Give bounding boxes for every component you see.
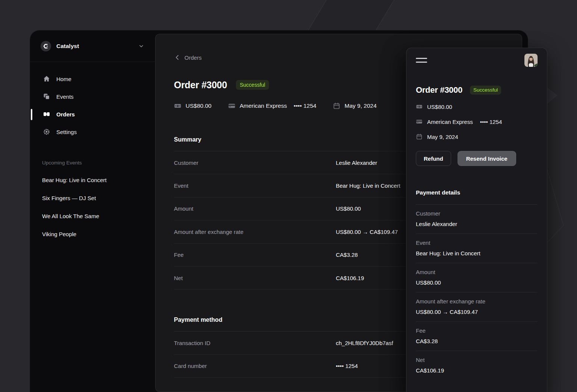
breadcrumb-label: Orders: [184, 54, 202, 61]
sidebar-divider: [30, 62, 156, 62]
event-link[interactable]: Six Fingers — DJ Set: [38, 190, 150, 205]
avatar[interactable]: [524, 54, 538, 67]
event-link[interactable]: We All Look The Same: [38, 208, 150, 223]
banknote-icon: [174, 102, 181, 110]
order-date: May 9, 2024: [333, 102, 376, 110]
mobile-order-panel: Order #3000 Successful US$80.00: [406, 48, 547, 392]
active-nav-indicator: [31, 109, 32, 120]
order-meta-list: US$80.00 American Express •••• 1254: [416, 99, 538, 144]
payment-details-heading: Payment details: [416, 189, 538, 196]
list-item: Event Bear Hug: Live in Concert: [416, 234, 538, 263]
status-badge: Successful: [236, 80, 269, 90]
workspace-switcher[interactable]: Catalyst: [30, 30, 156, 62]
order-actions: Refund Resend Invoice: [416, 151, 538, 166]
list-item: Amount after exchange rate US$80.00 → CA…: [416, 292, 538, 322]
payment-details-list: Customer Leslie Alexander Event Bear Hug…: [416, 204, 538, 380]
home-icon: [43, 75, 50, 83]
catalyst-logo-icon: [41, 41, 51, 51]
list-item: Net CA$106.19: [416, 351, 538, 380]
sidebar-item-events[interactable]: Events: [38, 89, 150, 104]
sidebar-item-home[interactable]: Home: [38, 71, 150, 86]
menu-button[interactable]: [416, 56, 427, 64]
resend-invoice-button[interactable]: Resend Invoice: [458, 151, 516, 166]
order-date: May 9, 2024: [416, 129, 538, 144]
sidebar-item-label: Home: [56, 76, 71, 82]
event-link[interactable]: Viking People: [38, 226, 150, 241]
upcoming-events-heading: Upcoming Events: [30, 160, 156, 166]
event-link[interactable]: Bear Hug: Live in Concert: [38, 172, 150, 187]
breadcrumb[interactable]: Orders: [174, 54, 202, 61]
page-title: Order #3000: [174, 79, 227, 90]
sidebar-item-label: Events: [56, 93, 74, 100]
sidebar-item-label: Orders: [56, 111, 75, 118]
upcoming-events-list: Bear Hug: Live in Concert Six Fingers — …: [30, 172, 156, 241]
mobile-navbar: [416, 54, 538, 67]
status-badge: Successful: [470, 86, 501, 95]
list-item: Customer Leslie Alexander: [416, 205, 538, 234]
credit-card-icon: [416, 118, 423, 125]
square-stack-icon: [43, 93, 50, 100]
panel-order-title: Order #3000: [416, 85, 462, 95]
refund-button[interactable]: Refund: [416, 151, 451, 166]
order-card: American Express •••• 1254: [416, 114, 538, 129]
banknote-icon: [416, 103, 423, 110]
chevron-down-icon: [138, 43, 144, 49]
calendar-icon: [416, 133, 423, 140]
order-title-row: Order #3000 Successful: [416, 85, 538, 95]
brand-name: Catalyst: [56, 43, 79, 50]
sidebar-item-orders[interactable]: Orders: [38, 107, 150, 122]
credit-card-icon: [228, 102, 236, 110]
card-brand: American Express: [240, 103, 287, 109]
order-amount: US$80.00: [174, 102, 211, 110]
card-last4: •••• 1254: [294, 103, 317, 109]
list-item: Amount US$80.00: [416, 263, 538, 292]
card-last4: •••• 1254: [480, 119, 502, 125]
sidebar-nav: Home Events: [30, 71, 156, 139]
menu-icon: [416, 58, 427, 59]
gear-icon: [43, 128, 50, 136]
order-card: American Express •••• 1254: [228, 102, 316, 110]
list-item: Fee CA$3.28: [416, 322, 538, 351]
order-amount: US$80.00: [416, 99, 538, 114]
sidebar-item-label: Settings: [56, 129, 77, 135]
chevron-left-icon: [174, 54, 181, 61]
sidebar: Catalyst Home: [30, 30, 156, 392]
calendar-icon: [333, 102, 340, 110]
sidebar-item-settings[interactable]: Settings: [38, 124, 150, 139]
card-brand: American Express: [427, 119, 473, 125]
ticket-icon: [43, 110, 50, 118]
